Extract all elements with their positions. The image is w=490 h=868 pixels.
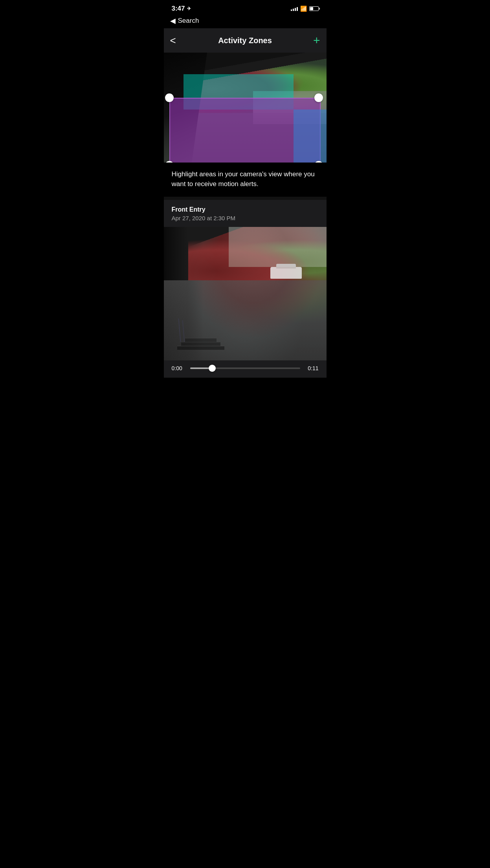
recording-info: Front Entry Apr 27, 2020 at 2:30 PM xyxy=(164,200,327,227)
video-stairs-area xyxy=(173,311,228,350)
status-time: 3:47 ✈ xyxy=(172,5,191,13)
battery-icon xyxy=(309,6,319,11)
status-icons: 📶 xyxy=(291,5,319,12)
section-divider xyxy=(164,197,327,200)
back-label: Search xyxy=(178,17,199,25)
signal-bar-1 xyxy=(291,9,292,11)
recording-date: Apr 27, 2020 at 2:30 PM xyxy=(172,215,319,221)
description-text: Highlight areas in your camera's view wh… xyxy=(172,170,319,189)
nav-header: < Activity Zones + xyxy=(164,28,327,53)
progress-thumb[interactable] xyxy=(209,365,216,372)
zone-blue[interactable] xyxy=(294,110,327,163)
time-end: 0:11 xyxy=(305,365,319,371)
video-thumbnail xyxy=(164,227,327,360)
video-player[interactable]: 0:00 0:11 xyxy=(164,227,327,378)
add-icon: + xyxy=(313,34,320,47)
back-navigation: ◀ Search xyxy=(164,15,327,28)
zone-handle-top-left[interactable] xyxy=(165,93,174,102)
signal-bar-3 xyxy=(295,8,296,11)
camera-view xyxy=(164,53,327,163)
add-zone-button[interactable]: + xyxy=(305,34,320,47)
wifi-icon: 📶 xyxy=(300,5,307,12)
time-start: 0:00 xyxy=(172,365,185,371)
time-display: 3:47 xyxy=(172,5,185,13)
video-sky xyxy=(229,227,326,267)
video-progress[interactable]: 0:00 0:11 xyxy=(172,365,319,371)
battery-fill xyxy=(310,7,313,10)
nav-back-icon: < xyxy=(170,35,176,47)
signal-bar-4 xyxy=(297,7,298,11)
status-bar: 3:47 ✈ 📶 xyxy=(164,0,327,15)
recording-title: Front Entry xyxy=(172,206,319,213)
video-car xyxy=(270,267,302,279)
page-title: Activity Zones xyxy=(218,36,272,45)
camera-description: Highlight areas in your camera's view wh… xyxy=(164,163,327,197)
progress-track[interactable] xyxy=(190,367,300,369)
zone-handle-top-right[interactable] xyxy=(314,93,323,102)
signal-bars xyxy=(291,6,298,11)
back-link[interactable]: ◀ Search xyxy=(170,16,320,25)
nav-back-button[interactable]: < xyxy=(170,35,186,47)
signal-bar-2 xyxy=(293,9,294,11)
location-icon: ✈ xyxy=(187,6,191,11)
video-controls: 0:00 0:11 xyxy=(164,360,327,378)
back-chevron-icon: ◀ xyxy=(170,16,176,25)
